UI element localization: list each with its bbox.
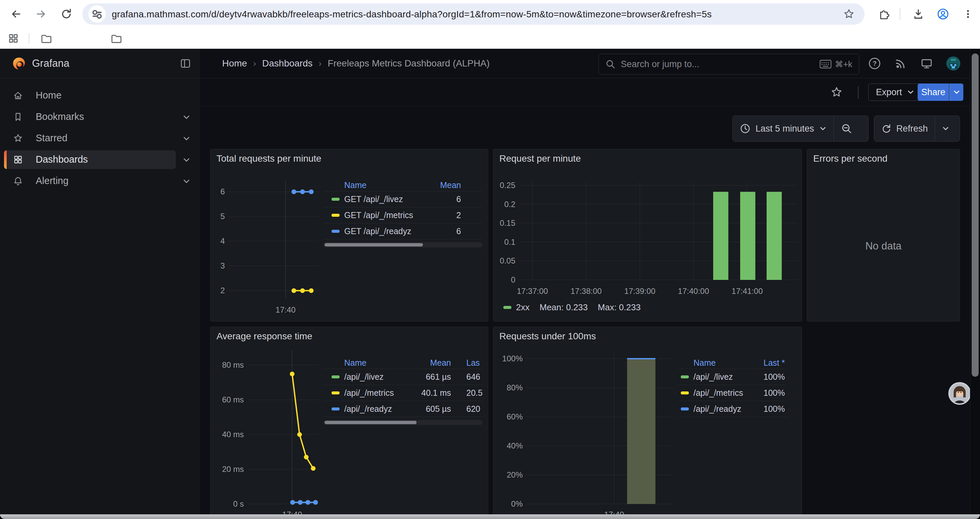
refresh-interval-button[interactable] [935, 116, 956, 141]
download-icon[interactable] [912, 8, 924, 20]
legend-row[interactable]: GET /api/_/readyz6 [323, 224, 482, 240]
avatar-image [946, 56, 961, 71]
zoom-out-icon [841, 123, 853, 134]
legend-scrollbar[interactable] [323, 420, 482, 425]
legend-row[interactable]: /api/_/readyz605 µs620 [323, 401, 482, 417]
sidebar-nav: Home Bookmarks Starred Dashb [0, 85, 199, 192]
legend-row[interactable]: /api/_/readyz100% [678, 401, 788, 417]
sidebar-item-home[interactable]: Home [0, 85, 199, 106]
svg-text:17:40: 17:40 [282, 510, 302, 514]
svg-text:60 ms: 60 ms [222, 395, 244, 404]
bookmark-icon [13, 112, 23, 122]
svg-text:0.2: 0.2 [504, 200, 515, 209]
svg-text:0: 0 [511, 275, 515, 284]
reload-icon[interactable] [60, 8, 72, 20]
chevron-down-icon[interactable] [182, 134, 191, 143]
grafana-app: Grafana Home Bookmarks Starred [0, 49, 980, 514]
search-input[interactable]: Search or jump to... ⌘+k [598, 54, 859, 75]
series-swatch [332, 391, 340, 394]
sidebar-item-bookmarks[interactable]: Bookmarks [0, 106, 199, 128]
legend-mean: Mean: 0.233 [539, 302, 588, 313]
series-swatch [681, 391, 689, 394]
bookmark-star-icon[interactable] [843, 8, 855, 20]
user-avatar[interactable] [946, 56, 961, 71]
sidebar-item-alerting[interactable]: Alerting [0, 170, 199, 192]
forward-icon[interactable] [35, 8, 47, 20]
share-button[interactable]: Share [918, 83, 949, 101]
site-settings-icon[interactable] [88, 5, 106, 23]
chevron-down-icon[interactable] [182, 156, 191, 164]
folder-icon[interactable] [40, 33, 52, 45]
legend-max: Max: 0.233 [598, 302, 641, 313]
svg-text:0%: 0% [511, 499, 523, 508]
sidebar-item-dashboards[interactable]: Dashboards [0, 149, 199, 170]
folder-icon[interactable] [110, 33, 122, 45]
star-dashboard-button[interactable] [829, 84, 845, 100]
series-swatch [332, 375, 340, 378]
kiosk-button[interactable] [919, 56, 934, 71]
legend-header: NameMean [323, 179, 482, 192]
sidebar-item-starred[interactable]: Starred [0, 128, 199, 149]
chevron-down-icon[interactable] [182, 113, 191, 121]
refresh-label: Refresh [896, 124, 928, 134]
zoom-out-button[interactable] [834, 116, 859, 141]
breadcrumb-home[interactable]: Home [222, 58, 247, 69]
panel-total-requests: Total requests per minute 6543217:40 Nam… [210, 149, 488, 322]
home-icon [13, 90, 23, 101]
legend-row[interactable]: /api/_/livez100% [678, 369, 788, 385]
dock-menu-icon[interactable] [180, 57, 191, 69]
export-button[interactable]: Export [868, 83, 922, 101]
svg-text:17:40: 17:40 [604, 510, 624, 514]
breadcrumb-separator: › [253, 58, 256, 69]
back-icon[interactable] [10, 8, 22, 20]
grafana-logo [12, 56, 26, 71]
apps-grid-icon[interactable] [7, 32, 19, 45]
series-swatch [332, 214, 340, 217]
time-range-label: Last 5 minutes [756, 124, 814, 134]
legend-row[interactable]: GET /api/_/metrics2 [323, 208, 482, 224]
legend-row[interactable]: /api/_/metrics100% [678, 385, 788, 401]
svg-text:17:37:00: 17:37:00 [517, 287, 548, 295]
svg-text:0.15: 0.15 [500, 219, 515, 227]
legend-scrollbar[interactable] [323, 242, 482, 248]
rss-icon [894, 57, 907, 70]
series-swatch [332, 198, 340, 201]
svg-text:4: 4 [221, 236, 225, 246]
extensions-icon[interactable] [877, 8, 889, 20]
refresh-icon [881, 123, 892, 134]
chevron-down-icon[interactable] [182, 177, 191, 186]
scrollbar-thumb[interactable] [972, 53, 978, 377]
toolbar-divider-line [199, 106, 970, 107]
bookmarks-divider [29, 33, 29, 44]
svg-text:?: ? [873, 60, 877, 67]
search-shortcut: ⌘+k [819, 59, 852, 69]
browser-window: grafana.mathmast.com/d/deytv4rwavabkb/fr… [0, 0, 980, 519]
legend-row[interactable]: GET /api/_/livez6 [323, 192, 482, 208]
help-button[interactable]: ? [867, 56, 882, 71]
series-swatch [332, 407, 340, 410]
assistant-avatar[interactable] [948, 382, 971, 405]
refresh-button[interactable]: Refresh [874, 116, 935, 141]
menu-kebab-icon[interactable] [962, 8, 974, 20]
legend-row[interactable]: /api/_/livez661 µs646 [323, 369, 482, 385]
url-bar[interactable]: grafana.mathmast.com/d/deytv4rwavabkb/fr… [83, 3, 865, 25]
request-per-minute-chart[interactable]: 0.250.20.150.10.05017:37:0017:38:0017:39… [493, 149, 802, 322]
breadcrumb-dashboards[interactable]: Dashboards [262, 58, 313, 69]
panel-legend-table: NameMean GET /api/_/livez6 GET /api/_/me… [323, 179, 482, 248]
url-text[interactable]: grafana.mathmast.com/d/deytv4rwavabkb/fr… [112, 9, 822, 20]
requests-under-100ms-chart[interactable]: 100%80%60%40%20%0%17:40 [493, 327, 802, 514]
svg-text:0.25: 0.25 [500, 181, 515, 190]
news-button[interactable] [893, 56, 908, 71]
profile-icon[interactable] [937, 8, 949, 20]
svg-text:17:38:00: 17:38:00 [570, 287, 601, 295]
share-menu-button[interactable] [949, 83, 963, 101]
brand-label[interactable]: Grafana [32, 57, 69, 69]
legend-row[interactable]: /api/_/metrics40.1 ms20.5 r [323, 385, 482, 401]
panel-title[interactable]: Errors per second [813, 153, 888, 164]
legend-item[interactable]: 2xx [503, 302, 529, 313]
breadcrumb: Home › Dashboards › Freeleaps Metrics Da… [222, 49, 490, 78]
star-icon [13, 133, 23, 144]
page-scrollbar[interactable] [970, 49, 980, 514]
panel-legend: 2xx Mean: 0.233 Max: 0.233 [503, 302, 641, 313]
time-range-picker[interactable]: Last 5 minutes [733, 116, 834, 141]
